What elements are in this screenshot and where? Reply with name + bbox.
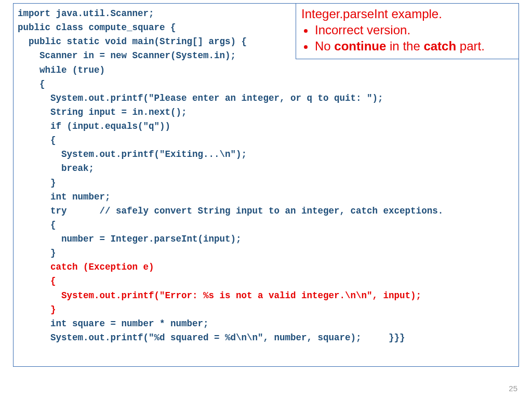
- code-line: break;: [18, 163, 94, 174]
- annotation-box: Integer.parseInt example. Incorrect vers…: [296, 3, 519, 59]
- annotation-item: No continue in the catch part.: [315, 38, 513, 54]
- code-line: System.out.printf("Please enter an integ…: [18, 93, 383, 103]
- code-line: Scanner in = new Scanner(System.in);: [18, 50, 236, 61]
- code-line: while (true): [18, 65, 105, 75]
- code-line-catch: catch (Exception e): [18, 262, 154, 272]
- annotation-text: Incorrect version.: [315, 23, 410, 37]
- code-line: if (input.equals("q")): [18, 121, 170, 131]
- code-line: }: [18, 178, 56, 188]
- code-line-catch: {: [18, 276, 56, 286]
- annotation-text: No: [315, 39, 334, 53]
- page-number: 25: [509, 384, 517, 393]
- code-line: int number;: [18, 192, 111, 202]
- code-line: }: [18, 248, 56, 258]
- code-line: System.out.printf("%d squared = %d\n\n",…: [18, 332, 405, 343]
- annotation-title: Integer.parseInt example.: [301, 6, 513, 22]
- annotation-text: in the: [386, 39, 423, 53]
- code-line: String input = in.next();: [18, 107, 187, 117]
- code-line: number = Integer.parseInt(input);: [18, 234, 242, 244]
- annotation-bold: continue: [334, 39, 386, 53]
- code-line-catch: System.out.printf("Error: %s is not a va…: [18, 290, 421, 301]
- code-line: public class compute_square {: [18, 22, 176, 33]
- code-line: {: [18, 79, 45, 89]
- code-line: import java.util.Scanner;: [18, 8, 154, 19]
- annotation-text: part.: [456, 39, 485, 53]
- annotation-bold: catch: [423, 39, 456, 53]
- code-line: System.out.printf("Exiting...\n");: [18, 149, 247, 159]
- code-line: {: [18, 220, 56, 230]
- code-line-catch: }: [18, 304, 56, 315]
- annotation-item: Incorrect version.: [315, 22, 513, 38]
- code-line: try // safely convert String input to an…: [18, 206, 443, 216]
- code-line: public static void main(String[] args) {: [18, 36, 247, 47]
- code-line: int square = number * number;: [18, 318, 209, 329]
- code-line: {: [18, 135, 56, 145]
- annotation-list: Incorrect version. No continue in the ca…: [301, 22, 513, 54]
